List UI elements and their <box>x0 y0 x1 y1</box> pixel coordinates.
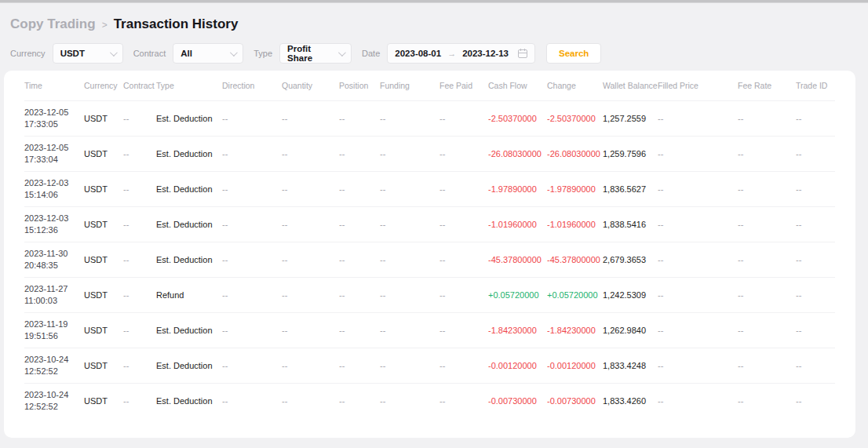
funding-cell: -- <box>380 361 439 370</box>
trade-id-cell: -- <box>796 361 835 370</box>
quantity-cell: -- <box>282 255 339 264</box>
contract-select-value: All <box>181 49 192 58</box>
funding-cell: -- <box>380 149 439 158</box>
quantity-cell: -- <box>282 361 339 370</box>
quantity-cell: -- <box>282 220 339 229</box>
type-cell: Refund <box>156 290 222 300</box>
fee-paid-cell: -- <box>439 149 488 158</box>
funding-cell: -- <box>380 396 439 406</box>
column-header-trade-id: Trade ID <box>796 81 835 90</box>
currency-select[interactable]: USDT <box>53 43 123 64</box>
change-cell: -0.00120000 <box>547 361 603 370</box>
fee-rate-cell: -- <box>738 184 796 194</box>
direction-cell: -- <box>222 149 282 158</box>
column-header-type: Type <box>156 81 222 90</box>
filled-price-cell: -- <box>658 255 738 264</box>
fee-rate-cell: -- <box>738 255 796 264</box>
quantity-cell: -- <box>282 184 339 194</box>
wallet-balance-cell: 1,833.4260 <box>603 396 658 406</box>
cash-flow-cell: -1.97890000 <box>488 184 547 194</box>
fee-paid-cell: -- <box>439 255 488 264</box>
type-cell: Est. Deduction <box>156 184 222 194</box>
column-header-fee-paid: Fee Paid <box>439 81 488 90</box>
currency-cell: USDT <box>84 255 123 264</box>
contract-select[interactable]: All <box>173 43 243 64</box>
currency-cell: USDT <box>84 396 123 406</box>
quantity-cell: -- <box>282 149 339 158</box>
filled-price-cell: -- <box>658 290 738 300</box>
time-cell: 2023-11-2711:00:03 <box>24 283 84 307</box>
type-filter-label: Type <box>253 49 272 58</box>
fee-paid-cell: -- <box>439 114 488 123</box>
type-cell: Est. Deduction <box>156 396 222 406</box>
quantity-cell: -- <box>282 114 339 123</box>
table-row: 2023-10-2412:52:52 USDT -- Est. Deductio… <box>24 348 835 383</box>
breadcrumb: Copy Trading > Transaction History <box>10 16 868 32</box>
contract-cell: -- <box>123 255 156 264</box>
cash-flow-cell: -1.84230000 <box>488 326 547 335</box>
fee-paid-cell: -- <box>439 220 488 229</box>
fee-rate-cell: -- <box>738 114 796 123</box>
search-button[interactable]: Search <box>546 43 601 64</box>
wallet-balance-cell: 1,833.4248 <box>603 361 658 370</box>
trade-id-cell: -- <box>796 184 835 194</box>
cash-flow-cell: -0.00730000 <box>488 396 547 406</box>
trade-id-cell: -- <box>796 290 835 300</box>
fee-paid-cell: -- <box>439 184 488 194</box>
table-row: 2023-12-0315:14:06 USDT -- Est. Deductio… <box>24 171 835 206</box>
filled-price-cell: -- <box>658 149 738 158</box>
filled-price-cell: -- <box>658 361 738 370</box>
change-cell: -2.50370000 <box>547 114 603 123</box>
type-select[interactable]: Profit Share <box>279 43 352 64</box>
table-row: 2023-12-0517:33:04 USDT -- Est. Deductio… <box>24 136 835 171</box>
quantity-cell: -- <box>282 326 339 335</box>
fee-rate-cell: -- <box>738 290 796 300</box>
breadcrumb-parent-link[interactable]: Copy Trading <box>10 16 96 32</box>
contract-cell: -- <box>123 361 156 370</box>
date-range-picker[interactable]: 2023-08-01 → 2023-12-13 <box>387 43 535 64</box>
currency-cell: USDT <box>84 326 123 335</box>
column-header-direction: Direction <box>222 81 282 90</box>
contract-filter-label: Contract <box>133 49 166 58</box>
trade-id-cell: -- <box>796 326 835 335</box>
currency-cell: USDT <box>84 290 123 300</box>
currency-cell: USDT <box>84 361 123 370</box>
position-cell: -- <box>339 220 380 229</box>
funding-cell: -- <box>380 114 439 123</box>
change-cell: -1.84230000 <box>547 326 603 335</box>
contract-cell: -- <box>123 184 156 194</box>
change-cell: -0.00730000 <box>547 396 603 406</box>
position-cell: -- <box>339 255 380 264</box>
fee-rate-cell: -- <box>738 326 796 335</box>
fee-rate-cell: -- <box>738 361 796 370</box>
quantity-cell: -- <box>282 396 339 406</box>
type-cell: Est. Deduction <box>156 220 222 229</box>
cash-flow-cell: -45.37800000 <box>488 255 547 264</box>
date-end-value: 2023-12-13 <box>462 49 509 58</box>
cash-flow-cell: -1.01960000 <box>488 220 547 229</box>
wallet-balance-cell: 1,257.2559 <box>603 114 658 123</box>
fee-paid-cell: -- <box>439 361 488 370</box>
table-row: 2023-12-0315:12:36 USDT -- Est. Deductio… <box>24 206 835 242</box>
position-cell: -- <box>339 184 380 194</box>
direction-cell: -- <box>222 361 282 370</box>
funding-cell: -- <box>380 290 439 300</box>
direction-cell: -- <box>222 326 282 335</box>
fee-paid-cell: -- <box>439 396 488 406</box>
filter-bar: Currency USDT Contract All Type Profit S… <box>10 43 868 64</box>
table-row: 2023-10-2412:52:52 USDT -- Est. Deductio… <box>24 383 835 418</box>
type-cell: Est. Deduction <box>156 149 222 158</box>
time-cell: 2023-11-1919:51:56 <box>24 319 84 342</box>
change-cell: -1.97890000 <box>547 184 603 194</box>
column-header-wallet-balance: Wallet Balance <box>603 81 658 90</box>
fee-paid-cell: -- <box>439 290 488 300</box>
change-cell: -26.08030000 <box>547 149 603 158</box>
wallet-balance-cell: 1,836.5627 <box>603 184 658 194</box>
fee-rate-cell: -- <box>738 149 796 158</box>
time-cell: 2023-12-0315:14:06 <box>24 177 84 201</box>
contract-cell: -- <box>123 396 156 406</box>
direction-cell: -- <box>222 255 282 264</box>
time-cell: 2023-12-0315:12:36 <box>24 213 84 236</box>
wallet-balance-cell: 2,679.3653 <box>603 255 658 264</box>
direction-cell: -- <box>222 396 282 406</box>
